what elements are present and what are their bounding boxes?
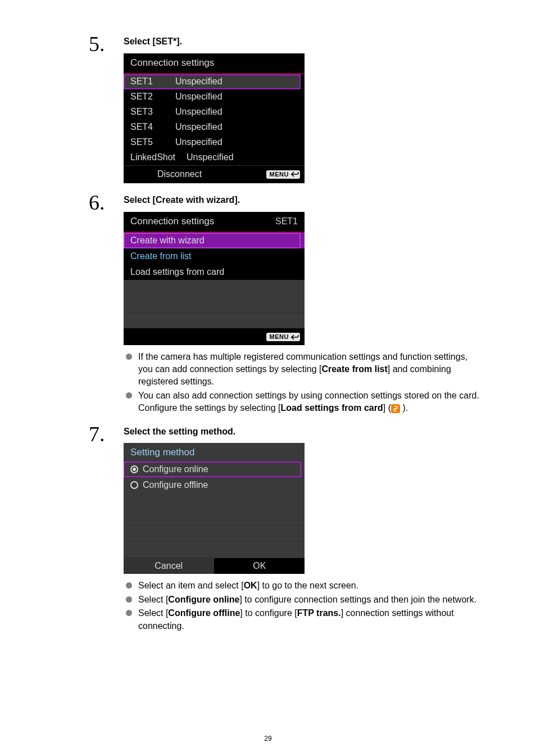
step-5-heading: Select [SET*]. [124,36,480,48]
ss6-item-create-wizard[interactable]: Create with wizard [124,233,305,248]
radio-selected-icon [130,465,138,473]
step-number-6: 6. [89,190,105,215]
page-number: 29 [0,735,536,743]
menu-back-badge[interactable]: MENU [266,333,300,341]
radio-unselected-icon [130,481,138,489]
disconnect-button[interactable]: Disconnect [157,170,202,179]
ss7-empty-rows [124,493,305,558]
step-5: 5. Select [SET*]. Connection settings SE… [89,36,480,183]
ss5-row-linkedshot[interactable]: LinkedShot Unspecified [124,150,305,165]
ss6-bottom: MENU [124,328,305,345]
step-5-screenshot: Connection settings SET1 Unspecified SET… [124,53,305,183]
ss5-row-set3[interactable]: SET3 Unspecified [124,105,305,120]
step-6-bullets: If the camera has multiple registered co… [124,351,480,415]
link-ref-icon[interactable] [391,404,400,413]
ss7-option-offline[interactable]: Configure offline [124,477,305,493]
step-7-bullets: Select an item and select [OK] to go to … [124,580,480,632]
step-7-heading: Select the setting method. [124,426,480,438]
ss5-row-set4[interactable]: SET4 Unspecified [124,120,305,135]
step-number-7: 7. [89,422,105,446]
step-7: 7. Select the setting method. Setting me… [89,426,480,632]
ss7-buttons: Cancel OK [124,558,305,574]
ss5-bottom: Disconnect MENU [124,165,305,183]
step-5-ss-title: Connection settings [124,53,305,73]
step-6-ss-title: Connection settings SET1 [124,212,305,232]
ss5-row-set5[interactable]: SET5 Unspecified [124,135,305,150]
step-7-screenshot: Setting method Configure online Configur… [124,443,305,574]
step-6: 6. Select [Create with wizard]. Connecti… [89,194,480,415]
ss5-row-set1[interactable]: SET1 Unspecified [124,74,305,89]
step-6-screenshot: Connection settings SET1 Create with wiz… [124,212,305,345]
step-6-bullet-2: You can also add connection settings by … [124,390,480,415]
return-icon [291,334,299,340]
step-number-5: 5. [89,31,105,56]
step-7-bullet-2: Select [Configure online] to configure c… [124,594,480,606]
step-6-heading: Select [Create with wizard]. [124,194,480,206]
ss7-option-online[interactable]: Configure online [124,461,305,477]
step-7-ss-title: Setting method [124,443,305,461]
return-icon [291,171,299,177]
ss6-empty-rows [124,280,305,328]
step-6-bullet-1: If the camera has multiple registered co… [124,351,480,388]
ss6-item-load-card[interactable]: Load settings from card [124,264,305,280]
ss6-item-create-list[interactable]: Create from list [124,248,305,264]
ok-button[interactable]: OK [215,558,305,574]
step-7-bullet-1: Select an item and select [OK] to go to … [124,580,480,592]
step-7-bullet-3: Select [Configure offline] to configure … [124,607,480,632]
ss5-row-set2[interactable]: SET2 Unspecified [124,89,305,105]
cancel-button[interactable]: Cancel [124,558,215,574]
menu-back-badge[interactable]: MENU [266,170,300,179]
